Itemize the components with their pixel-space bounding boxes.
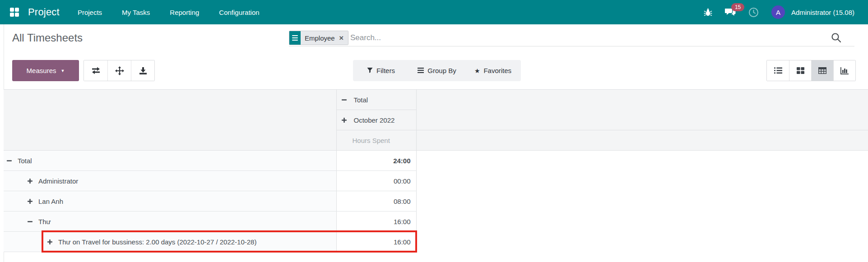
expand-plus-icon[interactable]: [47, 239, 53, 245]
pivot-header-filler: [416, 90, 868, 110]
expand-plus-icon[interactable]: [27, 198, 33, 204]
pivot-col-header-total[interactable]: Total: [336, 90, 416, 110]
user-name[interactable]: Administrator (15.08): [791, 9, 854, 16]
favorites-button[interactable]: ★ Favorites: [465, 60, 521, 81]
nav-menu: Projects My Tasks Reporting Configuratio…: [77, 6, 260, 19]
group-by-button[interactable]: Group By: [409, 60, 465, 81]
app-name[interactable]: Project: [28, 6, 60, 18]
collapse-minus-icon[interactable]: [341, 97, 347, 103]
search-options-bar: Filters Group By ★ Favorites: [353, 60, 521, 81]
star-icon: ★: [474, 67, 480, 74]
pivot-filler-cell: [416, 211, 868, 232]
pivot-header-filler: [416, 130, 868, 151]
view-list-button[interactable]: [767, 60, 789, 81]
search-icon[interactable]: [831, 32, 842, 45]
pivot-filler-cell: [416, 232, 868, 252]
measures-label: Measures: [27, 67, 56, 74]
search-facet-employee[interactable]: Employee ✕: [289, 31, 348, 45]
flip-axis-button[interactable]: [84, 60, 107, 81]
view-graph-button[interactable]: [833, 60, 855, 81]
pivot-row-header[interactable]: Thư: [4, 211, 336, 232]
pivot-row-header[interactable]: Total: [4, 151, 336, 171]
pivot-value-cell: 16:00: [336, 232, 416, 252]
nav-item-my-tasks[interactable]: My Tasks: [121, 6, 151, 19]
message-count-badge: 15: [731, 3, 744, 11]
download-xlsx-button[interactable]: [131, 60, 154, 81]
collapse-minus-icon[interactable]: [27, 219, 33, 225]
collapse-minus-icon[interactable]: [6, 158, 12, 164]
pivot-col-header-october-2022[interactable]: October 2022: [336, 110, 416, 130]
pivot-filler-cell: [416, 171, 868, 191]
view-kanban-button[interactable]: [789, 60, 811, 81]
table-row: Thư on Travel for bussiness: 2.00 days (…: [4, 232, 868, 252]
pivot-value-cell: 08:00: [336, 191, 416, 211]
nav-item-configuration[interactable]: Configuration: [218, 6, 260, 19]
content-area: All Timesheets Employee ✕ Measures ▼: [0, 24, 868, 262]
nav-item-reporting[interactable]: Reporting: [169, 6, 200, 19]
pivot-table-container: Total October 2022 Hours Spent Total 24:…: [4, 89, 868, 252]
pivot-filler-cell: [416, 151, 868, 171]
view-switcher: [766, 60, 856, 81]
debug-bug-icon[interactable]: [704, 8, 712, 17]
view-pivot-button[interactable]: [811, 60, 833, 81]
expand-plus-icon[interactable]: [341, 117, 347, 123]
pivot-value-cell: 16:00: [336, 211, 416, 232]
messages-icon[interactable]: 15: [725, 8, 736, 17]
pivot-row-header[interactable]: Lan Anh: [4, 191, 336, 211]
pivot-row-header[interactable]: Thư on Travel for bussiness: 2.00 days (…: [4, 232, 336, 252]
pivot-value-cell: 00:00: [336, 171, 416, 191]
pivot-corner-cell: [4, 90, 336, 151]
table-row: Thư 16:00: [4, 211, 868, 232]
bars-icon: [418, 67, 424, 74]
measures-button[interactable]: Measures ▼: [12, 60, 79, 81]
expand-all-button[interactable]: [107, 60, 131, 81]
facet-label: Employee: [305, 34, 335, 42]
facet-remove-icon[interactable]: ✕: [339, 35, 344, 41]
pivot-header-filler: [416, 110, 868, 130]
page-title: All Timesheets: [12, 32, 83, 44]
pivot-table: Total October 2022 Hours Spent Total 24:…: [4, 89, 868, 252]
pivot-row-header[interactable]: Administrator: [4, 171, 336, 191]
user-avatar[interactable]: A: [771, 5, 785, 19]
table-row: Total 24:00: [4, 151, 868, 171]
activities-clock-icon[interactable]: [748, 7, 759, 18]
group-by-facet-icon: [289, 31, 301, 45]
search-view: Employee ✕: [289, 31, 854, 46]
table-row: Lan Anh 08:00: [4, 191, 868, 211]
pivot-value-cell: 24:00: [336, 151, 416, 171]
nav-item-projects[interactable]: Projects: [77, 6, 103, 19]
chevron-down-icon: ▼: [60, 69, 65, 73]
pivot-toolbar: [84, 60, 155, 81]
funnel-icon: [367, 67, 373, 74]
top-navbar: Project Projects My Tasks Reporting Conf…: [0, 0, 868, 24]
filters-button[interactable]: Filters: [353, 60, 409, 81]
search-input[interactable]: [350, 32, 757, 44]
pivot-filler-cell: [416, 191, 868, 211]
table-row: Administrator 00:00: [4, 171, 868, 191]
pivot-measure-header[interactable]: Hours Spent: [336, 130, 416, 151]
navbar-systray: 15 A Administrator (15.08): [704, 5, 854, 19]
apps-menu-icon[interactable]: [10, 8, 19, 17]
expand-plus-icon[interactable]: [27, 178, 33, 184]
